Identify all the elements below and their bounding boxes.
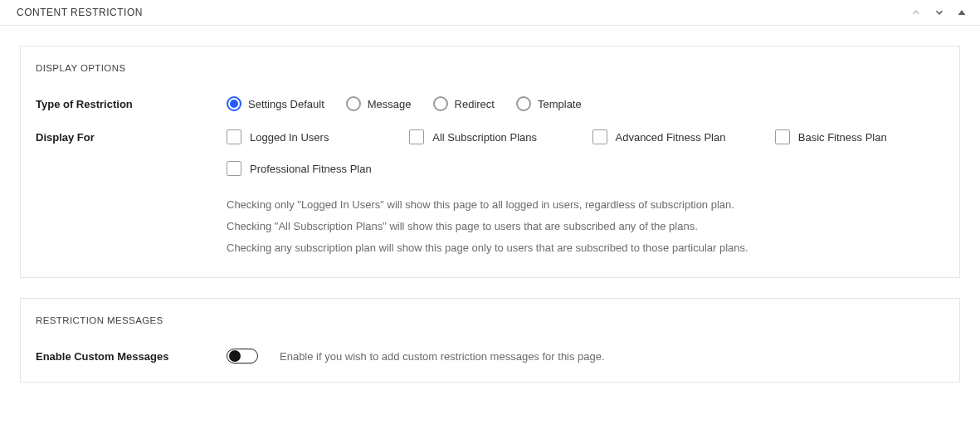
checkbox-icon: [592, 129, 607, 144]
display-for-checkboxes: Logged In Users All Subscription Plans A…: [227, 129, 944, 176]
checkbox-icon: [409, 129, 424, 144]
panel-title: CONTENT RESTRICTION: [17, 7, 143, 18]
checkbox-professional-fitness-plan[interactable]: Professional Fitness Plan: [227, 161, 396, 176]
radio-label: Settings Default: [248, 98, 324, 110]
checkbox-icon: [227, 129, 241, 144]
radio-redirect[interactable]: Redirect: [433, 96, 495, 111]
checkbox-icon: [227, 161, 241, 176]
move-up-icon[interactable]: [910, 7, 922, 18]
display-for-label: Display For: [36, 129, 227, 144]
help-line: Checking any subscription plan will show…: [227, 237, 944, 259]
radio-settings-default[interactable]: Settings Default: [227, 96, 324, 111]
checkbox-all-subscription-plans[interactable]: All Subscription Plans: [409, 129, 578, 144]
collapse-icon[interactable]: [957, 7, 967, 17]
enable-custom-messages-row: Enable Custom Messages Enable if you wis…: [36, 349, 944, 363]
radio-icon: [433, 96, 448, 111]
radio-message[interactable]: Message: [346, 96, 412, 111]
enable-custom-messages-toggle[interactable]: [227, 349, 258, 363]
panel-body: DISPLAY OPTIONS Type of Restriction Sett…: [0, 26, 980, 422]
radio-template[interactable]: Template: [516, 96, 582, 111]
radio-label: Template: [538, 98, 582, 110]
toggle-knob: [229, 350, 241, 362]
radio-label: Message: [368, 98, 412, 110]
checkbox-label: All Subscription Plans: [432, 131, 537, 144]
restriction-messages-card: RESTRICTION MESSAGES Enable Custom Messa…: [20, 298, 960, 383]
help-line: Checking only "Logged In Users" will sho…: [227, 194, 944, 216]
type-of-restriction-label: Type of Restriction: [36, 96, 227, 110]
restriction-messages-title: RESTRICTION MESSAGES: [36, 315, 944, 325]
move-down-icon[interactable]: [934, 7, 945, 18]
radio-icon: [227, 96, 241, 111]
checkbox-advanced-fitness-plan[interactable]: Advanced Fitness Plan: [592, 129, 762, 144]
type-of-restriction-row: Type of Restriction Settings Default Mes…: [36, 96, 944, 111]
checkbox-label: Advanced Fitness Plan: [616, 131, 726, 144]
radio-icon: [346, 96, 361, 111]
checkbox-label: Professional Fitness Plan: [250, 163, 372, 175]
enable-custom-messages-desc: Enable if you wish to add custom restric…: [280, 350, 605, 363]
svg-marker-0: [958, 10, 966, 15]
display-for-help: Checking only "Logged In Users" will sho…: [227, 194, 944, 259]
checkbox-label: Basic Fitness Plan: [798, 131, 887, 144]
display-for-content: Logged In Users All Subscription Plans A…: [227, 129, 944, 259]
radio-label: Redirect: [455, 98, 495, 110]
checkbox-label: Logged In Users: [250, 131, 329, 144]
display-options-card: DISPLAY OPTIONS Type of Restriction Sett…: [20, 46, 960, 278]
type-of-restriction-radios: Settings Default Message Redirect Templa…: [227, 96, 944, 111]
checkbox-icon: [775, 129, 790, 144]
enable-custom-messages-label: Enable Custom Messages: [36, 350, 227, 363]
radio-icon: [516, 96, 531, 111]
help-line: Checking "All Subscription Plans" will s…: [227, 216, 944, 237]
checkbox-logged-in-users[interactable]: Logged In Users: [227, 129, 396, 144]
display-for-row: Display For Logged In Users All Subscrip…: [36, 129, 944, 259]
panel-controls: [910, 7, 972, 18]
checkbox-basic-fitness-plan[interactable]: Basic Fitness Plan: [775, 129, 944, 144]
panel-header: CONTENT RESTRICTION: [0, 0, 980, 26]
display-options-title: DISPLAY OPTIONS: [36, 63, 944, 73]
